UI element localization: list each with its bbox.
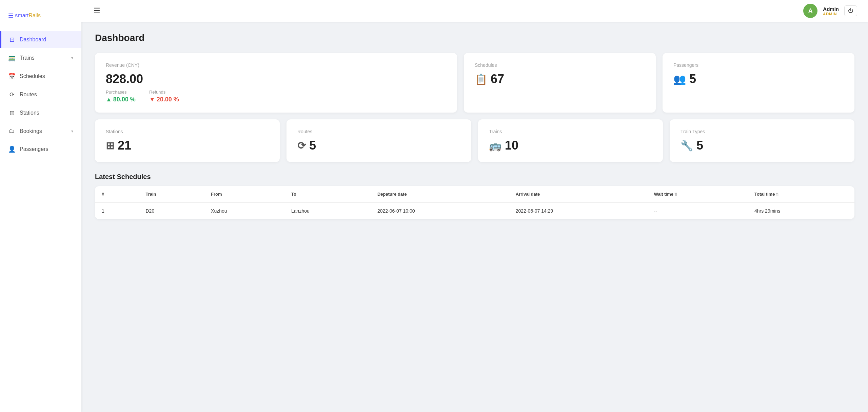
revenue-label: Revenue (CNY) bbox=[106, 62, 446, 68]
sidebar-item-passengers[interactable]: 👤 Passengers bbox=[0, 141, 81, 158]
sidebar-item-schedules[interactable]: 📅 Schedules bbox=[0, 68, 81, 85]
schedules-table: # Train From To Depature date Arrival da… bbox=[95, 186, 854, 219]
stations-stat-label: Stations bbox=[106, 129, 269, 134]
cell-departure: 2022-06-07 10:00 bbox=[371, 202, 509, 219]
sidebar-item-routes[interactable]: ⟳ Routes bbox=[0, 86, 81, 103]
chevron-down-icon-bookings: ▾ bbox=[71, 129, 73, 134]
content-area: Dashboard Revenue (CNY) 828.00 Purchases… bbox=[81, 22, 868, 412]
user-role: ADMIN bbox=[823, 12, 839, 16]
header-left: ☰ bbox=[92, 5, 102, 17]
stats-row-1: Revenue (CNY) 828.00 Purchases ▲ 80.00 %… bbox=[95, 53, 854, 113]
sidebar-item-stations[interactable]: ⊞ Stations bbox=[0, 104, 81, 121]
passengers-label: Passengers bbox=[673, 62, 844, 68]
col-departure: Depature date bbox=[371, 186, 509, 202]
schedules-label: Schedules bbox=[475, 62, 645, 68]
passengers-card: Passengers 👥 5 bbox=[663, 53, 854, 113]
routes-stat-card: Routes ⟳ 5 bbox=[287, 119, 471, 162]
sidebar-item-label-passengers: Passengers bbox=[20, 146, 73, 152]
schedules-value: 📋 67 bbox=[475, 72, 645, 86]
sidebar-item-label-schedules: Schedules bbox=[20, 73, 73, 79]
trains-stat-card: Trains 🚌 10 bbox=[478, 119, 663, 162]
sidebar-item-label-trains: Trains bbox=[20, 55, 67, 61]
train-types-stat-card: Train Types 🔧 5 bbox=[670, 119, 854, 162]
sidebar-item-dashboard[interactable]: ⊡ Dashboard bbox=[0, 31, 81, 48]
trains-stat-value: 🚌 10 bbox=[489, 138, 652, 153]
revenue-sub-row: Purchases ▲ 80.00 % Refunds ▼ 20.00 % bbox=[106, 90, 446, 103]
cell-total: 4hrs 29mins bbox=[748, 202, 854, 219]
sidebar-item-label-routes: Routes bbox=[20, 92, 73, 98]
table-header: # Train From To Depature date Arrival da… bbox=[95, 186, 854, 202]
stats-row-2: Stations ⊞ 21 Routes ⟳ 5 Trains 🚌 10 bbox=[95, 119, 854, 162]
logout-button[interactable]: ⏻ bbox=[844, 5, 857, 16]
logo: ≡ smartRails bbox=[0, 7, 81, 31]
cell-to: Lanzhou bbox=[284, 202, 371, 219]
sidebar: ≡ smartRails ⊡ Dashboard 🚃 Trains ▾ 📅 Sc… bbox=[0, 0, 81, 412]
cell-arrival: 2022-06-07 14:29 bbox=[509, 202, 647, 219]
schedules-table-container: # Train From To Depature date Arrival da… bbox=[95, 186, 854, 219]
revenue-value: 828.00 bbox=[106, 72, 446, 86]
header-row: # Train From To Depature date Arrival da… bbox=[95, 186, 854, 202]
passengers-value: 👥 5 bbox=[673, 72, 844, 86]
sidebar-item-bookings[interactable]: 🗂 Bookings ▾ bbox=[0, 123, 81, 139]
chevron-down-icon: ▾ bbox=[71, 56, 73, 60]
refunds-sub: Refunds ▼ 20.00 % bbox=[149, 90, 179, 103]
col-train: Train bbox=[139, 186, 204, 202]
logo-rails-text: Rails bbox=[28, 13, 41, 18]
refunds-value: ▼ 20.00 % bbox=[149, 96, 179, 103]
stations-icon: ⊞ bbox=[8, 109, 16, 117]
passengers-icon: 👤 bbox=[8, 145, 16, 153]
schedules-card: Schedules 📋 67 bbox=[464, 53, 656, 113]
col-total[interactable]: Total time bbox=[748, 186, 854, 202]
train-types-stat-value: 🔧 5 bbox=[680, 138, 844, 153]
avatar: A bbox=[803, 4, 817, 18]
table-row: 1 D20 Xuzhou Lanzhou 2022-06-07 10:00 20… bbox=[95, 202, 854, 219]
cell-num: 1 bbox=[95, 202, 139, 219]
main-content: ☰ A Admin ADMIN ⏻ Dashboard Revenue (CNY… bbox=[81, 0, 868, 412]
trains-card-icon: 🚌 bbox=[489, 140, 501, 152]
trains-stat-label: Trains bbox=[489, 129, 652, 134]
stations-card-icon: ⊞ bbox=[106, 140, 114, 152]
purchases-label: Purchases bbox=[106, 90, 136, 95]
sidebar-item-trains[interactable]: 🚃 Trains ▾ bbox=[0, 50, 81, 66]
sidebar-item-label-stations: Stations bbox=[20, 110, 73, 116]
col-num: # bbox=[95, 186, 139, 202]
schedules-icon: 📅 bbox=[8, 73, 16, 80]
table-body: 1 D20 Xuzhou Lanzhou 2022-06-07 10:00 20… bbox=[95, 202, 854, 219]
sidebar-item-label-bookings: Bookings bbox=[20, 128, 67, 134]
purchases-sub: Purchases ▲ 80.00 % bbox=[106, 90, 136, 103]
train-types-card-icon: 🔧 bbox=[680, 140, 693, 152]
user-info: Admin ADMIN bbox=[823, 6, 839, 16]
dashboard-icon: ⊡ bbox=[8, 36, 16, 43]
logo-text: smartRails bbox=[15, 13, 41, 19]
col-arrival: Arrival date bbox=[509, 186, 647, 202]
logo-icon: ≡ bbox=[8, 10, 14, 21]
routes-stat-label: Routes bbox=[297, 129, 460, 134]
routes-icon: ⟳ bbox=[8, 91, 16, 98]
revenue-card: Revenue (CNY) 828.00 Purchases ▲ 80.00 %… bbox=[95, 53, 457, 113]
routes-card-icon: ⟳ bbox=[297, 140, 306, 152]
refunds-label: Refunds bbox=[149, 90, 179, 95]
cell-from: Xuzhou bbox=[204, 202, 284, 219]
bookings-icon: 🗂 bbox=[8, 127, 16, 135]
latest-schedules-title: Latest Schedules bbox=[95, 173, 854, 181]
passengers-card-icon: 👥 bbox=[673, 73, 686, 85]
header: ☰ A Admin ADMIN ⏻ bbox=[81, 0, 868, 22]
page-title: Dashboard bbox=[95, 33, 854, 43]
schedules-card-icon: 📋 bbox=[475, 73, 487, 85]
purchases-value: ▲ 80.00 % bbox=[106, 96, 136, 103]
col-from: From bbox=[204, 186, 284, 202]
user-name: Admin bbox=[823, 6, 839, 12]
logo-smart-text: smart bbox=[15, 13, 28, 18]
sidebar-item-label-dashboard: Dashboard bbox=[20, 37, 73, 43]
col-wait[interactable]: Wait time bbox=[647, 186, 748, 202]
hamburger-button[interactable]: ☰ bbox=[92, 5, 102, 17]
stations-stat-value: ⊞ 21 bbox=[106, 138, 269, 153]
col-to: To bbox=[284, 186, 371, 202]
train-types-stat-label: Train Types bbox=[680, 129, 844, 134]
stations-stat-card: Stations ⊞ 21 bbox=[95, 119, 280, 162]
header-right: A Admin ADMIN ⏻ bbox=[803, 4, 857, 18]
cell-train: D20 bbox=[139, 202, 204, 219]
cell-wait: -- bbox=[647, 202, 748, 219]
routes-stat-value: ⟳ 5 bbox=[297, 138, 460, 153]
trains-icon: 🚃 bbox=[8, 54, 16, 62]
